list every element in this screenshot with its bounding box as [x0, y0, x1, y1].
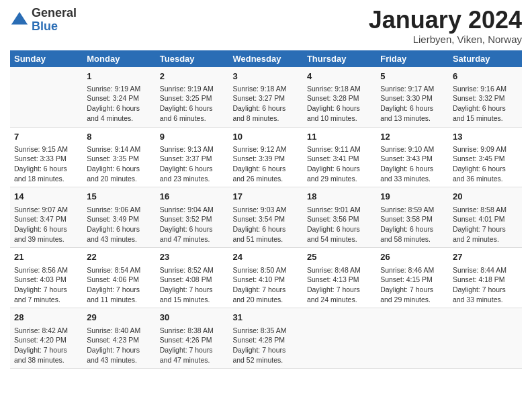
- day-number: 1: [87, 71, 151, 83]
- week-row-2: 7Sunrise: 9:15 AMSunset: 3:33 PMDaylight…: [10, 127, 522, 187]
- day-info: Sunrise: 9:10 AMSunset: 3:43 PMDaylight:…: [380, 144, 445, 184]
- calendar-cell: [303, 308, 376, 369]
- day-info: Sunrise: 9:14 AMSunset: 3:35 PMDaylight:…: [87, 144, 151, 184]
- day-number: 4: [307, 71, 372, 83]
- calendar-cell: 25Sunrise: 8:48 AMSunset: 4:13 PMDayligh…: [303, 248, 376, 308]
- weekday-header-tuesday: Tuesday: [156, 50, 229, 67]
- calendar-cell: 22Sunrise: 8:54 AMSunset: 4:06 PMDayligh…: [83, 248, 155, 308]
- weekday-header-wednesday: Wednesday: [228, 50, 302, 67]
- calendar-cell: 27Sunrise: 8:44 AMSunset: 4:18 PMDayligh…: [449, 248, 522, 308]
- day-info: Sunrise: 9:03 AMSunset: 3:54 PMDaylight:…: [232, 205, 298, 244]
- weekday-header-thursday: Thursday: [303, 50, 376, 67]
- calendar-cell: 4Sunrise: 9:18 AMSunset: 3:28 PMDaylight…: [303, 67, 376, 127]
- day-info: Sunrise: 9:19 AMSunset: 3:24 PMDaylight:…: [87, 84, 151, 124]
- day-info: Sunrise: 8:50 AMSunset: 4:10 PMDaylight:…: [232, 265, 298, 305]
- day-number: 5: [380, 71, 445, 83]
- day-info: Sunrise: 9:18 AMSunset: 3:27 PMDaylight:…: [232, 84, 298, 124]
- day-number: 19: [380, 191, 445, 203]
- calendar-cell: 5Sunrise: 9:17 AMSunset: 3:30 PMDaylight…: [376, 67, 449, 127]
- day-info: Sunrise: 8:56 AMSunset: 4:03 PMDaylight:…: [14, 265, 79, 305]
- day-number: 30: [160, 312, 225, 324]
- calendar-cell: 18Sunrise: 9:01 AMSunset: 3:56 PMDayligh…: [303, 187, 376, 248]
- week-row-4: 21Sunrise: 8:56 AMSunset: 4:03 PMDayligh…: [10, 248, 522, 308]
- day-number: 23: [160, 251, 225, 263]
- page-header: General Blue January 2024 Lierbyen, Vike…: [10, 7, 522, 45]
- calendar-cell: 24Sunrise: 8:50 AMSunset: 4:10 PMDayligh…: [228, 248, 302, 308]
- day-info: Sunrise: 9:04 AMSunset: 3:52 PMDaylight:…: [160, 205, 225, 244]
- calendar-cell: 31Sunrise: 8:35 AMSunset: 4:28 PMDayligh…: [228, 308, 302, 369]
- day-number: 7: [14, 131, 79, 143]
- weekday-header-friday: Friday: [376, 50, 449, 67]
- day-number: 17: [232, 191, 298, 203]
- day-info: Sunrise: 8:46 AMSunset: 4:15 PMDaylight:…: [380, 265, 445, 305]
- day-info: Sunrise: 8:35 AMSunset: 4:28 PMDaylight:…: [232, 326, 298, 365]
- week-row-5: 28Sunrise: 8:42 AMSunset: 4:20 PMDayligh…: [10, 308, 522, 369]
- calendar-cell: [376, 308, 449, 369]
- calendar-cell: 9Sunrise: 9:13 AMSunset: 3:37 PMDaylight…: [156, 127, 229, 187]
- day-info: Sunrise: 9:18 AMSunset: 3:28 PMDaylight:…: [307, 84, 372, 124]
- location-subtitle: Lierbyen, Viken, Norway: [369, 34, 522, 45]
- logo-general: General: [32, 7, 77, 20]
- day-info: Sunrise: 8:44 AMSunset: 4:18 PMDaylight:…: [453, 265, 518, 305]
- weekday-header-sunday: Sunday: [10, 50, 83, 67]
- month-title: January 2024: [369, 7, 522, 34]
- calendar-cell: [449, 308, 522, 369]
- calendar-cell: 14Sunrise: 9:07 AMSunset: 3:47 PMDayligh…: [10, 187, 83, 248]
- logo: General Blue: [10, 7, 77, 34]
- day-number: 15: [87, 191, 151, 203]
- day-number: 28: [14, 312, 79, 324]
- week-row-1: 1Sunrise: 9:19 AMSunset: 3:24 PMDaylight…: [10, 67, 522, 127]
- logo-text: General Blue: [32, 7, 77, 34]
- day-info: Sunrise: 9:16 AMSunset: 3:32 PMDaylight:…: [453, 84, 518, 124]
- day-info: Sunrise: 8:52 AMSunset: 4:08 PMDaylight:…: [160, 265, 225, 305]
- calendar-cell: 6Sunrise: 9:16 AMSunset: 3:32 PMDaylight…: [449, 67, 522, 127]
- calendar-cell: 12Sunrise: 9:10 AMSunset: 3:43 PMDayligh…: [376, 127, 449, 187]
- day-number: 21: [14, 251, 79, 263]
- day-info: Sunrise: 8:42 AMSunset: 4:20 PMDaylight:…: [14, 326, 79, 365]
- weekday-header-saturday: Saturday: [449, 50, 522, 67]
- calendar-table: SundayMondayTuesdayWednesdayThursdayFrid…: [10, 50, 522, 369]
- day-number: 11: [307, 131, 372, 143]
- day-info: Sunrise: 8:38 AMSunset: 4:26 PMDaylight:…: [160, 326, 225, 365]
- weekday-header-row: SundayMondayTuesdayWednesdayThursdayFrid…: [10, 50, 522, 67]
- calendar-cell: 30Sunrise: 8:38 AMSunset: 4:26 PMDayligh…: [156, 308, 229, 369]
- day-number: 3: [232, 71, 298, 83]
- calendar-cell: 20Sunrise: 8:58 AMSunset: 4:01 PMDayligh…: [449, 187, 522, 248]
- calendar-cell: 8Sunrise: 9:14 AMSunset: 3:35 PMDaylight…: [83, 127, 155, 187]
- day-number: 9: [160, 131, 225, 143]
- weekday-header-monday: Monday: [83, 50, 155, 67]
- day-number: 20: [453, 191, 518, 203]
- day-number: 8: [87, 131, 151, 143]
- day-info: Sunrise: 8:59 AMSunset: 3:58 PMDaylight:…: [380, 205, 445, 244]
- day-info: Sunrise: 9:15 AMSunset: 3:33 PMDaylight:…: [14, 144, 79, 184]
- calendar-cell: [10, 67, 83, 127]
- day-info: Sunrise: 9:01 AMSunset: 3:56 PMDaylight:…: [307, 205, 372, 244]
- title-block: January 2024 Lierbyen, Viken, Norway: [369, 7, 522, 45]
- calendar-cell: 26Sunrise: 8:46 AMSunset: 4:15 PMDayligh…: [376, 248, 449, 308]
- calendar-cell: 7Sunrise: 9:15 AMSunset: 3:33 PMDaylight…: [10, 127, 83, 187]
- day-number: 16: [160, 191, 225, 203]
- day-number: 6: [453, 71, 518, 83]
- calendar-cell: 29Sunrise: 8:40 AMSunset: 4:23 PMDayligh…: [83, 308, 155, 369]
- day-info: Sunrise: 9:06 AMSunset: 3:49 PMDaylight:…: [87, 205, 151, 244]
- day-info: Sunrise: 8:48 AMSunset: 4:13 PMDaylight:…: [307, 265, 372, 305]
- day-info: Sunrise: 8:54 AMSunset: 4:06 PMDaylight:…: [87, 265, 151, 305]
- calendar-cell: 3Sunrise: 9:18 AMSunset: 3:27 PMDaylight…: [228, 67, 302, 127]
- day-number: 29: [87, 312, 151, 324]
- calendar-cell: 15Sunrise: 9:06 AMSunset: 3:49 PMDayligh…: [83, 187, 155, 248]
- calendar-body: 1Sunrise: 9:19 AMSunset: 3:24 PMDaylight…: [10, 67, 522, 369]
- svg-marker-0: [11, 12, 28, 25]
- calendar-cell: 1Sunrise: 9:19 AMSunset: 3:24 PMDaylight…: [83, 67, 155, 127]
- day-info: Sunrise: 9:07 AMSunset: 3:47 PMDaylight:…: [14, 205, 79, 244]
- calendar-cell: 10Sunrise: 9:12 AMSunset: 3:39 PMDayligh…: [228, 127, 302, 187]
- day-info: Sunrise: 9:13 AMSunset: 3:37 PMDaylight:…: [160, 144, 225, 184]
- day-info: Sunrise: 9:09 AMSunset: 3:45 PMDaylight:…: [453, 144, 518, 184]
- day-number: 12: [380, 131, 445, 143]
- day-info: Sunrise: 9:19 AMSunset: 3:25 PMDaylight:…: [160, 84, 225, 124]
- day-number: 27: [453, 251, 518, 263]
- day-number: 13: [453, 131, 518, 143]
- calendar-cell: 11Sunrise: 9:11 AMSunset: 3:41 PMDayligh…: [303, 127, 376, 187]
- day-number: 26: [380, 251, 445, 263]
- day-number: 25: [307, 251, 372, 263]
- day-info: Sunrise: 9:17 AMSunset: 3:30 PMDaylight:…: [380, 84, 445, 124]
